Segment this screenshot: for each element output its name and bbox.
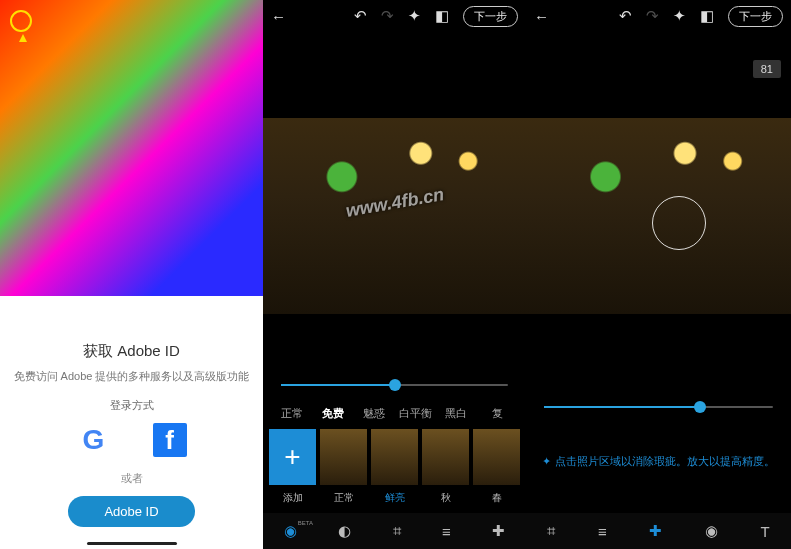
login-title: 获取 Adobe ID xyxy=(12,342,251,361)
category-黑白[interactable]: 黑白 xyxy=(436,402,477,425)
heal-tab-icon[interactable]: ✚ xyxy=(649,522,662,540)
brush-size-slider[interactable] xyxy=(544,406,773,408)
sliders-tab-icon[interactable]: ≡ xyxy=(598,523,607,540)
home-indicator xyxy=(87,542,177,545)
category-魅惑[interactable]: 魅惑 xyxy=(353,402,394,425)
filter-thumb-春[interactable]: 春 xyxy=(473,429,520,505)
login-hero-image xyxy=(0,0,263,296)
category-正常[interactable]: 正常 xyxy=(271,402,312,425)
text-tab-icon[interactable]: T xyxy=(761,523,770,540)
category-免费[interactable]: 免费 xyxy=(312,402,353,425)
highlight-ring-icon xyxy=(10,10,32,32)
thumb-label: 秋 xyxy=(441,491,451,505)
thumb-label: 春 xyxy=(492,491,502,505)
thumb-label: 添加 xyxy=(283,491,303,505)
next-button[interactable]: 下一步 xyxy=(728,6,783,27)
compare-icon[interactable]: ◧ xyxy=(435,7,449,25)
login-subtitle: 免费访问 Adobe 提供的多种服务以及高级版功能 xyxy=(12,369,251,384)
thumb-label: 鲜亮 xyxy=(385,491,405,505)
login-method-label: 登录方式 xyxy=(12,398,251,413)
filter-thumb-添加[interactable]: +添加 xyxy=(269,429,316,505)
filter-thumb-鲜亮[interactable]: 鲜亮 xyxy=(371,429,418,505)
hint-sparkle-icon: ✦ xyxy=(542,455,551,468)
facebook-login-button[interactable]: f xyxy=(153,423,187,457)
crop-tab-icon[interactable]: ⌗ xyxy=(547,522,555,540)
photo-content xyxy=(263,118,526,314)
next-button[interactable]: 下一步 xyxy=(463,6,518,27)
crop-tab-icon[interactable]: ⌗ xyxy=(393,522,401,540)
back-icon[interactable]: ← xyxy=(534,8,549,25)
auto-enhance-icon[interactable]: ✦ xyxy=(673,7,686,25)
intensity-slider[interactable] xyxy=(281,384,508,386)
filter-thumb-秋[interactable]: 秋 xyxy=(422,429,469,505)
sliders-tab-icon[interactable]: ≡ xyxy=(442,523,451,540)
redo-icon[interactable]: ↷ xyxy=(646,7,659,25)
heal-brush-indicator xyxy=(652,196,706,250)
undo-icon[interactable]: ↶ xyxy=(619,7,632,25)
photo-canvas[interactable]: 81 xyxy=(526,34,791,374)
size-badge: 81 xyxy=(753,60,781,78)
compare-icon[interactable]: ◧ xyxy=(700,7,714,25)
category-白平衡[interactable]: 白平衡 xyxy=(395,402,436,425)
adjust-tab-icon[interactable]: ◐ xyxy=(338,522,351,540)
filter-thumb-正常[interactable]: 正常 xyxy=(320,429,367,505)
redeye-tab-icon[interactable]: ◉ xyxy=(705,522,718,540)
category-复[interactable]: 复 xyxy=(477,402,518,425)
hint-text: 点击照片区域以消除瑕疵。放大以提高精度。 xyxy=(555,454,775,469)
adobe-id-button[interactable]: Adobe ID xyxy=(68,496,194,527)
photo-canvas[interactable]: www.4fb.cn xyxy=(263,34,526,372)
back-icon[interactable]: ← xyxy=(271,8,286,25)
looks-tab-icon[interactable]: ◉BETA xyxy=(284,522,297,540)
undo-icon[interactable]: ↶ xyxy=(354,7,367,25)
auto-enhance-icon[interactable]: ✦ xyxy=(408,7,421,25)
heal-tab-icon[interactable]: ✚ xyxy=(492,522,505,540)
heal-hint: ✦ 点击照片区域以消除瑕疵。放大以提高精度。 xyxy=(526,454,791,469)
or-divider: 或者 xyxy=(12,471,251,486)
arrow-up-icon xyxy=(19,34,27,42)
thumb-label: 正常 xyxy=(334,491,354,505)
google-login-button[interactable]: G xyxy=(77,423,111,457)
redo-icon[interactable]: ↷ xyxy=(381,7,394,25)
